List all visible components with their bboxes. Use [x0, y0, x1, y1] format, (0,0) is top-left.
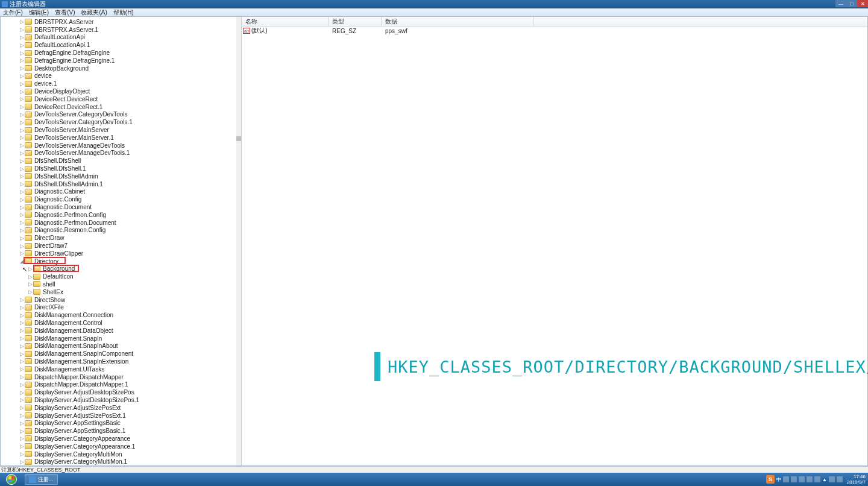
- expander-icon[interactable]: ▷: [19, 112, 25, 118]
- menu-file[interactable]: 文件(F): [0, 8, 26, 17]
- tree-item[interactable]: ▷DeviceRect.DeviceRect.1: [1, 103, 241, 111]
- expander-icon[interactable]: ▷: [19, 212, 25, 218]
- tree-item[interactable]: ▷Diagnostic.Perfmon.Document: [1, 219, 241, 227]
- expander-icon[interactable]: ▷: [19, 327, 25, 333]
- column-data[interactable]: 数据: [382, 17, 533, 26]
- expander-icon[interactable]: ▷: [19, 358, 25, 364]
- expander-icon[interactable]: ▷: [19, 181, 25, 187]
- tree-scrollbar[interactable]: [236, 17, 241, 465]
- tree-item[interactable]: ▷DisplayServer.AppSettingsBasic.1: [1, 427, 241, 435]
- expander-icon[interactable]: ▷: [19, 19, 25, 25]
- expander-icon[interactable]: ▷: [19, 305, 25, 311]
- tray-moon-icon[interactable]: [783, 476, 789, 482]
- tree-item[interactable]: ▷DiskManagement.Control: [1, 319, 241, 327]
- menu-help[interactable]: 帮助(H): [110, 8, 137, 17]
- expander-icon[interactable]: ▷: [19, 73, 25, 79]
- expander-icon[interactable]: ▷: [19, 235, 25, 241]
- expander-icon[interactable]: ▷: [19, 119, 25, 125]
- menu-favorites[interactable]: 收藏夹(A): [78, 8, 110, 17]
- tree-item[interactable]: ▷DevToolsServer.ManageDevTools: [1, 142, 241, 150]
- tree-item[interactable]: ▷DiskManagement.SnapInAbout: [1, 342, 241, 350]
- expander-icon[interactable]: ▷: [19, 227, 25, 233]
- tree-item[interactable]: ▷Diagnostic.Config: [1, 195, 241, 203]
- tray-shield-icon[interactable]: [807, 476, 813, 482]
- expander-icon[interactable]: ▷: [19, 428, 25, 434]
- tree-item[interactable]: ▷DevToolsServer.ManageDevTools.1: [1, 150, 241, 157]
- expander-icon[interactable]: ▷: [19, 34, 25, 40]
- tree-item[interactable]: ▷DisplayServer.AdjustSizePosExt.1: [1, 412, 241, 420]
- tree-item[interactable]: ▷DfsShell.DfsShellAdmin.1: [1, 180, 241, 188]
- tree-item[interactable]: ▷DirectXFile: [1, 303, 241, 311]
- scrollbar-thumb[interactable]: [236, 136, 241, 141]
- expander-icon[interactable]: ▷: [27, 266, 33, 272]
- expander-icon[interactable]: ▷: [19, 96, 25, 102]
- tree-item[interactable]: ▷ShellEx: [1, 288, 241, 296]
- expander-icon[interactable]: ▷: [27, 289, 33, 295]
- expander-icon[interactable]: ▷: [27, 274, 33, 280]
- expander-icon[interactable]: ▷: [19, 335, 25, 341]
- expander-icon[interactable]: ▷: [19, 189, 25, 195]
- expander-icon[interactable]: ▷: [19, 65, 25, 71]
- menu-view[interactable]: 查看(V): [52, 8, 78, 17]
- tree-item[interactable]: ▷DevToolsServer.CategoryDevTools.1: [1, 118, 241, 126]
- expander-icon[interactable]: ▷: [19, 158, 25, 164]
- tree-item[interactable]: ▷DeviceRect.DeviceRect: [1, 95, 241, 103]
- expander-icon[interactable]: ▷: [19, 382, 25, 388]
- expander-icon[interactable]: ▷: [19, 374, 25, 380]
- expander-icon[interactable]: ▷: [19, 443, 25, 449]
- expander-icon[interactable]: ▷: [19, 27, 25, 33]
- expander-icon[interactable]: ▷: [19, 197, 25, 203]
- column-extra[interactable]: [533, 17, 867, 26]
- expander-icon[interactable]: ▷: [19, 42, 25, 48]
- tree-item[interactable]: ▷DirectDraw7: [1, 242, 241, 250]
- sogou-ime-icon[interactable]: S: [766, 475, 775, 484]
- start-button[interactable]: [0, 473, 23, 486]
- tree-item[interactable]: ▷DisplayServer.CategoryMultiMon.1: [1, 458, 241, 465]
- tree-item[interactable]: ▷DefaultIcon: [1, 273, 241, 280]
- tree-item[interactable]: ▷Background: [1, 265, 241, 273]
- tree-item[interactable]: ▷shell: [1, 280, 241, 288]
- tree-item[interactable]: ▷DirectDraw: [1, 234, 241, 242]
- tray-chevron-icon[interactable]: ▲: [822, 477, 827, 482]
- expander-icon[interactable]: ◢: [19, 258, 25, 264]
- tree-pane[interactable]: ▷DBRSTPRX.AsServer▷DBRSTPRX.AsServer.1▷D…: [1, 17, 242, 465]
- tree-item[interactable]: ▷DfsShell.DfsShell.1: [1, 165, 241, 172]
- tree-item[interactable]: ▷DispatchMapper.DispatchMapper: [1, 373, 241, 381]
- tree-item[interactable]: ▷Diagnostic.Cabinet: [1, 188, 241, 196]
- tree-item[interactable]: ▷DisplayServer.AdjustDesktopSizePos.1: [1, 396, 241, 404]
- expander-icon[interactable]: ▷: [19, 127, 25, 133]
- minimize-button[interactable]: —: [835, 0, 846, 7]
- tree-item[interactable]: ▷device.1: [1, 80, 241, 87]
- tree-item[interactable]: ▷DispatchMapper.DispatchMapper.1: [1, 380, 241, 388]
- tree-item[interactable]: ▷DefaultLocationApi.1: [1, 41, 241, 49]
- expander-icon[interactable]: ▷: [19, 451, 25, 457]
- tree-item[interactable]: ▷DirectDrawClipper: [1, 250, 241, 257]
- expander-icon[interactable]: ▷: [19, 312, 25, 318]
- expander-icon[interactable]: ▷: [19, 405, 25, 411]
- expander-icon[interactable]: ▷: [19, 142, 25, 148]
- expander-icon[interactable]: ▷: [19, 420, 25, 426]
- expander-icon[interactable]: ▷: [19, 412, 25, 418]
- maximize-button[interactable]: □: [846, 0, 857, 7]
- tree-item[interactable]: ▷DiskManagement.UITasks: [1, 365, 241, 373]
- tree-item[interactable]: ▷DBRSTPRX.AsServer: [1, 18, 241, 26]
- expander-icon[interactable]: ▷: [19, 204, 25, 210]
- expander-icon[interactable]: ▷: [19, 57, 25, 63]
- tray-monitor-icon[interactable]: [814, 476, 820, 482]
- expander-icon[interactable]: ▷: [19, 150, 25, 156]
- expander-icon[interactable]: ▷: [19, 250, 25, 256]
- tree-item[interactable]: ▷Diagnostic.Perfmon.Config: [1, 211, 241, 219]
- tree-item[interactable]: ▷DesktopBackground: [1, 65, 241, 72]
- tree-item[interactable]: ▷DfsShell.DfsShellAdmin: [1, 172, 241, 180]
- tray-flag-icon[interactable]: [837, 476, 843, 482]
- expander-icon[interactable]: ▷: [19, 219, 25, 226]
- tree-item[interactable]: ◢Directory: [1, 257, 241, 265]
- tree-item[interactable]: ▷Diagnostic.Document: [1, 203, 241, 211]
- tree-item[interactable]: ▷DefaultLocationApi: [1, 34, 241, 42]
- tree-item[interactable]: ▷device: [1, 72, 241, 80]
- tree-item[interactable]: ▷DiskManagement.SnapInExtension: [1, 358, 241, 365]
- expander-icon[interactable]: ▷: [19, 297, 25, 303]
- expander-icon[interactable]: ▷: [19, 351, 25, 357]
- expander-icon[interactable]: ▷: [19, 173, 25, 179]
- titlebar[interactable]: 注册表编辑器 — □ ✕: [0, 0, 868, 8]
